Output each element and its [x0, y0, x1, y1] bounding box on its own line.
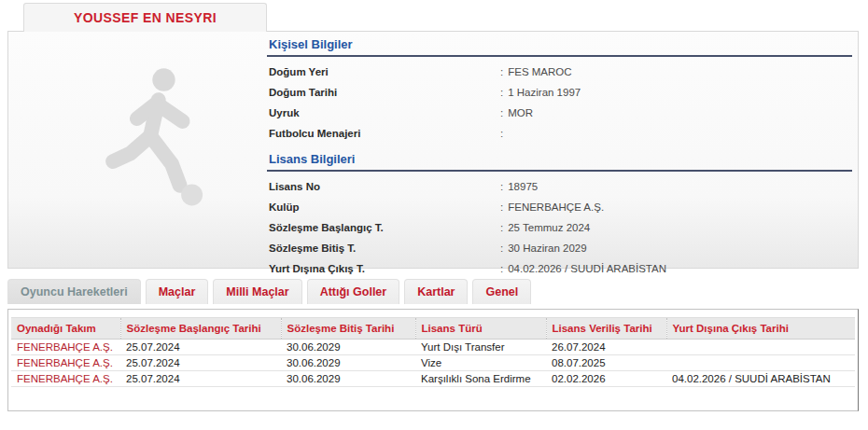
info-colon: : [500, 66, 503, 77]
tab-genel[interactable]: Genel [472, 279, 531, 304]
license-info-rows: Lisans No:18975Kulüp:FENERBAHÇE A.Ş.Sözl… [267, 176, 852, 279]
info-label: Yurt Dışına Çıkış T. [267, 263, 500, 274]
info-row-sozlesme-bitis-t: Sözleşme Bitiş T.:30 Haziran 2029 [267, 238, 852, 258]
player-info-panel: Kişisel Bilgiler Doğum Yeri:FES MAROCDoğ… [267, 35, 852, 279]
info-value: MOR [508, 107, 533, 118]
info-value: FES MAROC [508, 66, 571, 77]
table-cell: 30.06.2029 [281, 355, 415, 371]
player-name: YOUSSEF EN NESYRI [74, 10, 217, 25]
personal-info-rows: Doğum Yeri:FES MAROCDoğum Tarihi:1 Hazir… [267, 62, 852, 144]
info-colon: : [500, 222, 503, 233]
table-cell: 02.02.2026 [546, 371, 666, 387]
info-value: 25 Temmuz 2024 [508, 222, 590, 233]
info-value: 30 Haziran 2029 [508, 243, 586, 254]
license-info-title: Lisans Bilgileri [267, 150, 852, 172]
table-cell: Karşılıklı Sona Erdirme [415, 371, 546, 387]
table-cell: Vize [415, 355, 546, 371]
table-cell: 30.06.2029 [281, 340, 415, 355]
player-silhouette-icon [83, 60, 223, 214]
column-header-yurt-disina-cikis-tarihi: Yurt Dışına Çıkış Tarihi [666, 318, 855, 340]
info-value: 18975 [508, 181, 538, 192]
info-row-kulup: Kulüp:FENERBAHÇE A.Ş. [267, 197, 852, 217]
table-row: FENERBAHÇE A.Ş.25.07.202430.06.2029Karşı… [11, 371, 855, 387]
info-colon: : [500, 87, 503, 98]
info-row-yurt-disina-cikis-t: Yurt Dışına Çıkış T.:04.02.2026 / SUUDİ … [267, 258, 852, 279]
team-link[interactable]: FENERBAHÇE A.Ş. [11, 340, 120, 355]
table-header-row: Oynadığı TakımSözleşme Başlangıç TarihiS… [11, 318, 855, 340]
table-cell [666, 355, 855, 371]
table-cell [666, 340, 855, 355]
info-colon: : [500, 128, 503, 139]
info-label: Lisans No [267, 181, 500, 192]
info-colon: : [500, 201, 503, 213]
info-row-sozlesme-baslangic-t: Sözleşme Başlangıç T.:25 Temmuz 2024 [267, 217, 852, 238]
player-profile-section: Kişisel Bilgiler Doğum Yeri:FES MAROCDoğ… [7, 31, 859, 269]
info-value: FENERBAHÇE A.Ş. [508, 201, 604, 213]
info-row-lisans-no: Lisans No:18975 [267, 176, 852, 197]
tab-kartlar[interactable]: Kartlar [404, 279, 468, 304]
team-link[interactable]: FENERBAHÇE A.Ş. [11, 355, 120, 371]
table-row: FENERBAHÇE A.Ş.25.07.202430.06.2029Vize0… [11, 355, 855, 371]
info-label: Uyruk [267, 107, 500, 118]
info-row-futbolcu-menajeri: Futbolcu Menajeri: [267, 123, 852, 144]
table-cell: 04.02.2026 / SUUDİ ARABİSTAN [666, 371, 855, 387]
personal-info-title: Kişisel Bilgiler [267, 35, 852, 57]
column-header-sozlesme-baslangic-tarihi: Sözleşme Başlangıç Tarihi [120, 318, 281, 340]
tab-milli-maclar[interactable]: Milli Maçlar [213, 279, 301, 304]
info-label: Doğum Tarihi [267, 87, 500, 98]
table-cell: 25.07.2024 [120, 371, 281, 387]
info-label: Futbolcu Menajeri [267, 128, 500, 139]
info-colon: : [500, 107, 503, 118]
player-photo [74, 50, 232, 223]
table-cell: 26.07.2024 [546, 340, 666, 355]
info-value: 1 Haziran 1997 [508, 87, 581, 98]
tab-maclar[interactable]: Maçlar [146, 279, 209, 304]
info-label: Kulüp [267, 201, 500, 213]
player-name-header: YOUSSEF EN NESYRI [23, 3, 267, 32]
info-row-dogum-yeri: Doğum Yeri:FES MAROC [267, 62, 852, 82]
info-row-dogum-tarihi: Doğum Tarihi:1 Haziran 1997 [267, 82, 852, 103]
tab-oyuncu-hareketleri[interactable]: Oyuncu Hareketleri [7, 279, 141, 304]
info-label: Doğum Yeri [267, 66, 500, 77]
movements-panel: Oynadığı TakımSözleşme Başlangıç TarihiS… [7, 309, 859, 411]
column-header-lisans-verilis-tarihi: Lisans Veriliş Tarihi [546, 318, 666, 340]
table-row: FENERBAHÇE A.Ş.25.07.202430.06.2029Yurt … [11, 340, 855, 355]
player-movements-table: Oynadığı TakımSözleşme Başlangıç TarihiS… [11, 317, 855, 387]
tab-attigi-goller[interactable]: Attığı Goller [307, 279, 400, 304]
table-body: FENERBAHÇE A.Ş.25.07.202430.06.2029Yurt … [11, 340, 855, 387]
info-colon: : [500, 181, 503, 192]
info-colon: : [500, 243, 503, 254]
table-cell: Yurt Dışı Transfer [415, 340, 546, 355]
info-label: Sözleşme Bitiş T. [267, 243, 500, 254]
table-cell: 25.07.2024 [120, 340, 281, 355]
info-value: 04.02.2026 / SUUDİ ARABİSTAN [508, 263, 666, 274]
column-header-lisans-turu: Lisans Türü [415, 318, 546, 340]
table-cell: 25.07.2024 [120, 355, 281, 371]
column-header-oynadigi-takim: Oynadığı Takım [11, 318, 120, 340]
column-header-sozlesme-bitis-tarihi: Sözleşme Bitiş Tarihi [281, 318, 415, 340]
table-cell: 30.06.2029 [281, 371, 415, 387]
info-colon: : [500, 263, 503, 274]
player-detail-tabbar: Oyuncu HareketleriMaçlarMilli MaçlarAttı… [7, 279, 531, 304]
info-label: Sözleşme Başlangıç T. [267, 222, 500, 233]
table-cell: 08.07.2025 [546, 355, 666, 371]
team-link[interactable]: FENERBAHÇE A.Ş. [11, 371, 120, 387]
info-row-uyruk: Uyruk:MOR [267, 103, 852, 123]
